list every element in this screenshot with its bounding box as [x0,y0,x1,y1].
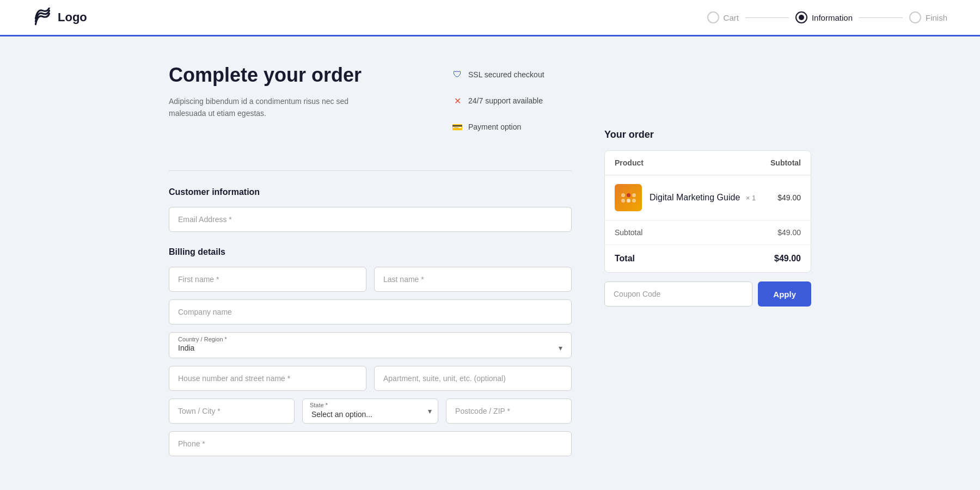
page-subtitle: Adipiscing bibendum id a condimentum ris… [169,95,354,120]
first-name-group [169,267,366,292]
company-group [169,299,572,324]
order-title: Your order [604,129,811,140]
country-group: Country / Region * India ▾ [169,332,572,358]
product-thumb-dots [621,193,636,203]
total-label: Total [615,254,635,264]
country-select-row: India ▾ [178,344,562,352]
trust-support-text: 24/7 support available [468,96,543,105]
card-icon: 💳 [452,121,463,132]
billing-section-title: Billing details [169,247,572,257]
company-field[interactable] [169,299,572,324]
support-icon: ✕ [452,95,463,106]
trust-payment-text: Payment option [468,122,521,131]
product-col-label: Product [615,158,644,167]
apply-button[interactable]: Apply [758,281,811,307]
subtotal-value: $49.00 [777,228,801,237]
first-name-field[interactable] [169,267,366,292]
dot [627,199,630,203]
trust-badges: 🛡 SSL secured checkout ✕ 24/7 support av… [452,64,572,132]
total-value: $49.00 [774,254,801,264]
country-arrow-icon: ▾ [559,344,562,352]
phone-field[interactable] [169,431,572,456]
product-thumb-inner [615,184,642,211]
trust-ssl: 🛡 SSL secured checkout [452,69,572,80]
dot [632,199,636,203]
zip-field[interactable] [446,399,572,424]
country-value: India [178,344,194,352]
order-item: Digital Marketing Guide × 1 $49.00 [605,175,811,220]
apartment-field[interactable] [374,366,572,391]
product-info: Digital Marketing Guide × 1 [650,193,770,203]
apartment-group [374,366,572,391]
house-field[interactable] [169,366,366,391]
house-group [169,366,366,391]
step-finish[interactable]: Finish [909,11,947,23]
step-cart-label: Cart [724,13,739,22]
page-title: Complete your order [169,64,419,87]
email-field-group [169,207,572,232]
country-wrap[interactable]: Country / Region * India ▾ [169,332,572,358]
header: Logo Cart Information Finish [0,0,980,35]
step-cart[interactable]: Cart [707,11,739,23]
address-row [169,366,572,391]
product-qty: × 1 [746,194,756,202]
order-subtotal-row: Subtotal $49.00 [605,220,811,245]
city-state-zip-row: Select an option... State * [169,399,572,424]
step-finish-circle [909,11,921,23]
step-finish-label: Finish [926,13,947,22]
stepper: Cart Information Finish [707,11,947,23]
dot [621,193,625,197]
section-divider [169,170,572,171]
order-total-row: Total $49.00 [605,245,811,272]
dot [627,193,630,197]
shield-icon: 🛡 [452,69,463,80]
email-field[interactable] [169,207,572,232]
last-name-field[interactable] [374,267,572,292]
trust-ssl-text: SSL secured checkout [468,70,544,79]
step-line-1 [745,17,789,18]
trust-support: ✕ 24/7 support available [452,95,572,106]
logo-icon [33,8,52,27]
last-name-group [374,267,572,292]
name-row [169,267,572,292]
trust-payment: 💳 Payment option [452,121,572,132]
town-group [169,399,295,424]
product-name: Digital Marketing Guide [650,193,740,202]
zip-group [446,399,572,424]
step-information[interactable]: Information [795,11,853,23]
customer-section: Customer information [169,187,572,232]
phone-group [169,431,572,456]
state-select[interactable]: Select an option... [302,399,438,424]
step-line-2 [859,17,903,18]
step-information-label: Information [812,13,853,22]
order-header: Product Subtotal [605,151,811,175]
coupon-row: Apply [604,281,811,307]
subtotal-col-label: Subtotal [770,158,801,167]
billing-section: Billing details Country / Region * India [169,247,572,456]
subtotal-label: Subtotal [615,228,642,237]
right-column: Your order Product Subtotal [604,64,811,464]
dot [632,193,636,197]
main-content: Complete your order Adipiscing bibendum … [136,36,844,490]
step-information-circle [795,11,807,23]
product-thumbnail [615,184,642,211]
left-column: Complete your order Adipiscing bibendum … [169,64,572,464]
order-box: Product Subtotal [604,150,811,273]
dot [621,199,625,203]
product-price: $49.00 [777,193,801,202]
step-cart-circle [707,11,719,23]
logo-text: Logo [58,10,87,24]
state-group: Select an option... State * [302,399,438,424]
country-label: Country / Region * [178,336,562,342]
logo: Logo [33,8,87,27]
customer-section-title: Customer information [169,187,572,197]
town-field[interactable] [169,399,295,424]
coupon-input[interactable] [604,281,752,307]
